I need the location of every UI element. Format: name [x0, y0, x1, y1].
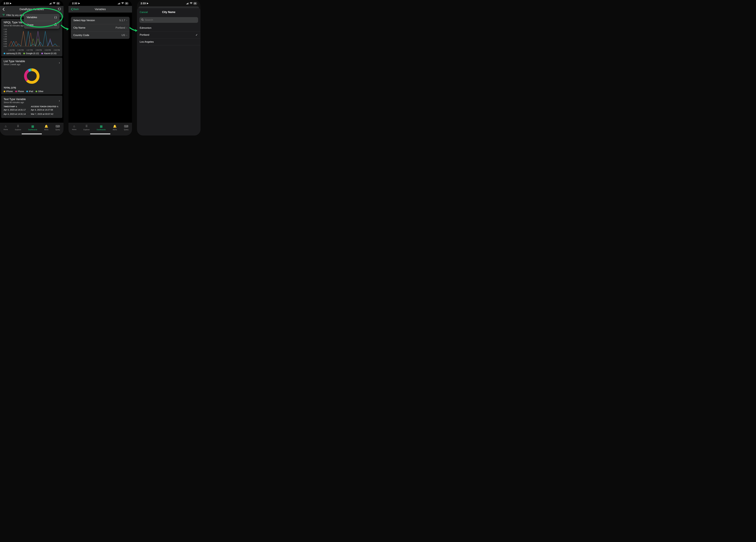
search-icon	[141, 18, 144, 21]
filter-icon	[2, 14, 5, 16]
status-time: 2:33	[72, 2, 77, 5]
legend-item: Other	[36, 90, 43, 93]
signal-icon	[118, 3, 120, 4]
legend-item: Phone	[15, 90, 24, 93]
menu-item-variables-label: Variables	[27, 16, 37, 19]
variable-value: 5.1.7	[119, 19, 125, 22]
picker-option[interactable]: Portland✓	[140, 31, 200, 39]
tab-home[interactable]: ⌂Home	[3, 124, 8, 130]
action-menu: Variables { } Share	[24, 14, 60, 29]
table-col-timestamp[interactable]: TIMESTAMP	[4, 105, 15, 108]
home-icon: ⌂	[5, 124, 7, 128]
nav-header: Back Variables	[68, 6, 132, 13]
chevron-right-icon: ›	[126, 34, 127, 37]
location-icon: ➤	[9, 2, 11, 5]
status-time: 2:33	[141, 2, 146, 5]
tab-dashboards[interactable]: ▦Dashboards	[28, 124, 37, 131]
dashboard-icon: ▦	[31, 124, 34, 128]
check-icon: ✓	[196, 33, 198, 37]
table-row: Apr 4, 2023 at 14:31:14Mar 7, 2023 at 03…	[4, 112, 60, 116]
legend-item: samsung (0.25)	[4, 52, 21, 55]
tab-alerts[interactable]: 🔔Alerts	[44, 124, 48, 131]
page-title: DataBytes Variables	[20, 8, 44, 11]
variable-row-app-version[interactable]: Select App Version 5.1.7›	[71, 17, 130, 24]
line-chart: 2.101.801.501.200.900.600.300.00 1:33 PM…	[4, 28, 60, 51]
table-col-token[interactable]: ACCESS TOKEN CREATED	[31, 105, 56, 108]
nrql-legend: samsung (0.25)Google (0.12)Xiaomi (0.10)	[4, 52, 60, 55]
legend-item: Google (0.12)	[23, 52, 39, 55]
variable-list: Select App Version 5.1.7› City Name Port…	[71, 17, 130, 39]
screen-city-picker: 2:33 ➤ 69 Cancel City Name EdmontonPortl…	[137, 0, 200, 135]
search-box[interactable]	[139, 17, 198, 23]
picker-modal: Cancel City Name EdmontonPortland✓Los An…	[137, 8, 200, 135]
modal-title: City Name	[162, 11, 175, 14]
dashboard-icon: ▦	[100, 124, 103, 128]
signal-icon	[186, 3, 189, 4]
back-label: Back	[73, 8, 79, 11]
tab-home[interactable]: ⌂Home	[72, 124, 76, 130]
picker-option[interactable]: Edmonton	[140, 25, 200, 31]
tab-query[interactable]: ⌨Query	[124, 124, 129, 131]
refresh-button[interactable]	[58, 7, 61, 11]
home-indicator[interactable]	[90, 134, 110, 134]
home-indicator[interactable]	[22, 134, 42, 134]
svg-point-5	[25, 70, 38, 82]
braces-icon: { }	[54, 16, 57, 19]
wifi-icon	[190, 2, 192, 5]
variable-label: Country Code	[73, 34, 89, 37]
card-list[interactable]: List Type Variable Since 1 week ago › TO…	[1, 58, 62, 94]
modal-header: Cancel City Name	[137, 8, 200, 16]
location-icon: ➤	[78, 2, 80, 5]
variable-label: City Name	[73, 26, 85, 29]
menu-item-share[interactable]: Share	[24, 21, 60, 29]
nav-header: DataBytes Variables	[0, 6, 64, 13]
tab-query[interactable]: ⌨Query	[55, 124, 60, 131]
table-row: Apr 4, 2023 at 14:31:17Apr 4, 2023 at 14…	[4, 108, 60, 112]
variable-row-city-name[interactable]: City Name Portland›	[71, 24, 130, 31]
status-bar: 2:33 ➤ 69	[68, 0, 132, 6]
bell-icon: 🔔	[44, 124, 48, 128]
status-time: 2:33	[4, 2, 9, 5]
battery-indicator: 69	[125, 2, 128, 5]
chevron-right-icon: ›	[59, 99, 60, 102]
search-input[interactable]	[145, 18, 196, 21]
battery-indicator: 69	[56, 2, 60, 5]
tab-dashboards[interactable]: ▦Dashboards	[97, 124, 106, 131]
variable-row-country-code[interactable]: Country Code US›	[71, 31, 130, 39]
chevron-right-icon: ›	[59, 61, 60, 64]
tab-explorer[interactable]: ⠿Explorer	[83, 124, 90, 131]
tab-alerts[interactable]: 🔔Alerts	[113, 124, 117, 131]
card-list-subtitle: Since 1 week ago	[4, 63, 60, 66]
battery-indicator: 69	[193, 2, 197, 5]
svg-point-6	[142, 19, 143, 20]
menu-item-variables[interactable]: Variables { }	[24, 14, 60, 21]
wifi-icon	[121, 2, 124, 5]
sort-icon: ⇅	[16, 106, 17, 108]
menu-item-share-label: Share	[27, 23, 33, 26]
wifi-icon	[53, 2, 55, 5]
back-button[interactable]: Back	[71, 8, 79, 11]
legend-item: iPad	[26, 90, 33, 93]
variable-label: Select App Version	[73, 19, 95, 22]
status-bar: 2:33 ➤ 69	[0, 0, 64, 6]
terminal-icon: ⌨	[55, 124, 60, 128]
status-bar: 2:33 ➤ 69	[137, 0, 200, 6]
cancel-button[interactable]: Cancel	[140, 11, 148, 14]
tab-bar: ⌂Home ⠿Explorer ▦Dashboards 🔔Alerts ⌨Que…	[0, 123, 64, 135]
legend-item: Xiaomi (0.10)	[41, 52, 56, 55]
variable-value: US	[122, 34, 125, 37]
back-button[interactable]	[2, 8, 5, 11]
home-icon: ⌂	[73, 124, 75, 128]
terminal-icon: ⌨	[124, 124, 128, 128]
card-list-title: List Type Variable	[4, 60, 60, 63]
screen-variables: 2:33 ➤ 69 Back Variables Select App Vers…	[68, 0, 132, 135]
picker-option[interactable]: Los Angeles	[140, 39, 200, 45]
card-text[interactable]: Text Type Variable Since 60 minutes ago …	[1, 96, 62, 118]
page-title: Variables	[95, 8, 106, 11]
signal-icon	[49, 3, 52, 4]
donut-chart	[4, 66, 60, 86]
chevron-right-icon: ›	[126, 19, 127, 22]
tab-explorer[interactable]: ⠿Explorer	[15, 124, 21, 131]
chevron-right-icon: ›	[126, 26, 127, 29]
list-legend: iPhonePhoneiPadOther	[4, 90, 60, 93]
